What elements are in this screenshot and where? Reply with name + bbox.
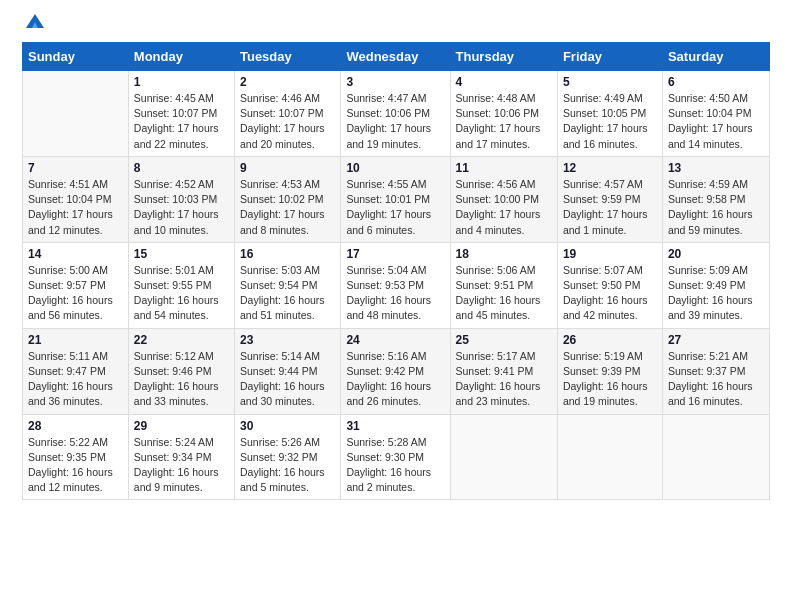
- calendar-cell: 15Sunrise: 5:01 AMSunset: 9:55 PMDayligh…: [128, 242, 234, 328]
- col-wednesday: Wednesday: [341, 43, 450, 71]
- calendar-cell: 18Sunrise: 5:06 AMSunset: 9:51 PMDayligh…: [450, 242, 557, 328]
- day-detail: Sunrise: 4:49 AMSunset: 10:05 PMDaylight…: [563, 91, 657, 152]
- day-detail: Sunrise: 4:59 AMSunset: 9:58 PMDaylight:…: [668, 177, 764, 238]
- calendar-week-3: 14Sunrise: 5:00 AMSunset: 9:57 PMDayligh…: [23, 242, 770, 328]
- calendar-page: Sunday Monday Tuesday Wednesday Thursday…: [0, 0, 792, 612]
- day-number: 1: [134, 75, 229, 89]
- col-thursday: Thursday: [450, 43, 557, 71]
- day-detail: Sunrise: 5:26 AMSunset: 9:32 PMDaylight:…: [240, 435, 335, 496]
- calendar-cell: 13Sunrise: 4:59 AMSunset: 9:58 PMDayligh…: [662, 156, 769, 242]
- calendar-cell: [450, 414, 557, 500]
- day-number: 30: [240, 419, 335, 433]
- logo: [22, 18, 46, 32]
- day-number: 26: [563, 333, 657, 347]
- day-number: 15: [134, 247, 229, 261]
- day-detail: Sunrise: 5:06 AMSunset: 9:51 PMDaylight:…: [456, 263, 552, 324]
- calendar-cell: 21Sunrise: 5:11 AMSunset: 9:47 PMDayligh…: [23, 328, 129, 414]
- day-detail: Sunrise: 4:48 AMSunset: 10:06 PMDaylight…: [456, 91, 552, 152]
- day-number: 9: [240, 161, 335, 175]
- calendar-cell: 12Sunrise: 4:57 AMSunset: 9:59 PMDayligh…: [557, 156, 662, 242]
- day-number: 24: [346, 333, 444, 347]
- calendar-cell: 5Sunrise: 4:49 AMSunset: 10:05 PMDayligh…: [557, 71, 662, 157]
- day-detail: Sunrise: 4:50 AMSunset: 10:04 PMDaylight…: [668, 91, 764, 152]
- calendar-cell: 19Sunrise: 5:07 AMSunset: 9:50 PMDayligh…: [557, 242, 662, 328]
- day-detail: Sunrise: 5:24 AMSunset: 9:34 PMDaylight:…: [134, 435, 229, 496]
- calendar-cell: 11Sunrise: 4:56 AMSunset: 10:00 PMDaylig…: [450, 156, 557, 242]
- day-detail: Sunrise: 5:12 AMSunset: 9:46 PMDaylight:…: [134, 349, 229, 410]
- calendar-cell: 25Sunrise: 5:17 AMSunset: 9:41 PMDayligh…: [450, 328, 557, 414]
- day-detail: Sunrise: 5:00 AMSunset: 9:57 PMDaylight:…: [28, 263, 123, 324]
- calendar-cell: 8Sunrise: 4:52 AMSunset: 10:03 PMDayligh…: [128, 156, 234, 242]
- day-number: 13: [668, 161, 764, 175]
- col-sunday: Sunday: [23, 43, 129, 71]
- day-number: 3: [346, 75, 444, 89]
- day-detail: Sunrise: 5:21 AMSunset: 9:37 PMDaylight:…: [668, 349, 764, 410]
- day-detail: Sunrise: 4:51 AMSunset: 10:04 PMDaylight…: [28, 177, 123, 238]
- day-detail: Sunrise: 4:53 AMSunset: 10:02 PMDaylight…: [240, 177, 335, 238]
- day-detail: Sunrise: 4:45 AMSunset: 10:07 PMDaylight…: [134, 91, 229, 152]
- calendar-cell: 22Sunrise: 5:12 AMSunset: 9:46 PMDayligh…: [128, 328, 234, 414]
- calendar-week-5: 28Sunrise: 5:22 AMSunset: 9:35 PMDayligh…: [23, 414, 770, 500]
- day-detail: Sunrise: 5:09 AMSunset: 9:49 PMDaylight:…: [668, 263, 764, 324]
- calendar-table: Sunday Monday Tuesday Wednesday Thursday…: [22, 42, 770, 500]
- day-detail: Sunrise: 5:14 AMSunset: 9:44 PMDaylight:…: [240, 349, 335, 410]
- day-detail: Sunrise: 5:11 AMSunset: 9:47 PMDaylight:…: [28, 349, 123, 410]
- calendar-cell: [662, 414, 769, 500]
- calendar-cell: 10Sunrise: 4:55 AMSunset: 10:01 PMDaylig…: [341, 156, 450, 242]
- calendar-cell: 31Sunrise: 5:28 AMSunset: 9:30 PMDayligh…: [341, 414, 450, 500]
- logo-icon: [24, 10, 46, 32]
- day-number: 5: [563, 75, 657, 89]
- col-friday: Friday: [557, 43, 662, 71]
- calendar-cell: [23, 71, 129, 157]
- calendar-cell: 28Sunrise: 5:22 AMSunset: 9:35 PMDayligh…: [23, 414, 129, 500]
- calendar-cell: 3Sunrise: 4:47 AMSunset: 10:06 PMDayligh…: [341, 71, 450, 157]
- calendar-cell: [557, 414, 662, 500]
- day-number: 23: [240, 333, 335, 347]
- calendar-cell: 26Sunrise: 5:19 AMSunset: 9:39 PMDayligh…: [557, 328, 662, 414]
- day-number: 17: [346, 247, 444, 261]
- day-detail: Sunrise: 5:16 AMSunset: 9:42 PMDaylight:…: [346, 349, 444, 410]
- day-number: 6: [668, 75, 764, 89]
- day-detail: Sunrise: 4:52 AMSunset: 10:03 PMDaylight…: [134, 177, 229, 238]
- day-detail: Sunrise: 5:04 AMSunset: 9:53 PMDaylight:…: [346, 263, 444, 324]
- day-number: 29: [134, 419, 229, 433]
- calendar-cell: 29Sunrise: 5:24 AMSunset: 9:34 PMDayligh…: [128, 414, 234, 500]
- day-number: 22: [134, 333, 229, 347]
- calendar-cell: 24Sunrise: 5:16 AMSunset: 9:42 PMDayligh…: [341, 328, 450, 414]
- day-number: 10: [346, 161, 444, 175]
- col-saturday: Saturday: [662, 43, 769, 71]
- calendar-cell: 17Sunrise: 5:04 AMSunset: 9:53 PMDayligh…: [341, 242, 450, 328]
- day-number: 16: [240, 247, 335, 261]
- calendar-cell: 2Sunrise: 4:46 AMSunset: 10:07 PMDayligh…: [234, 71, 340, 157]
- day-number: 20: [668, 247, 764, 261]
- header-row: Sunday Monday Tuesday Wednesday Thursday…: [23, 43, 770, 71]
- day-detail: Sunrise: 5:28 AMSunset: 9:30 PMDaylight:…: [346, 435, 444, 496]
- day-detail: Sunrise: 4:46 AMSunset: 10:07 PMDaylight…: [240, 91, 335, 152]
- day-detail: Sunrise: 5:19 AMSunset: 9:39 PMDaylight:…: [563, 349, 657, 410]
- day-number: 18: [456, 247, 552, 261]
- calendar-week-2: 7Sunrise: 4:51 AMSunset: 10:04 PMDayligh…: [23, 156, 770, 242]
- calendar-week-4: 21Sunrise: 5:11 AMSunset: 9:47 PMDayligh…: [23, 328, 770, 414]
- day-number: 31: [346, 419, 444, 433]
- day-number: 14: [28, 247, 123, 261]
- day-number: 27: [668, 333, 764, 347]
- col-monday: Monday: [128, 43, 234, 71]
- calendar-cell: 27Sunrise: 5:21 AMSunset: 9:37 PMDayligh…: [662, 328, 769, 414]
- calendar-cell: 16Sunrise: 5:03 AMSunset: 9:54 PMDayligh…: [234, 242, 340, 328]
- day-number: 19: [563, 247, 657, 261]
- calendar-cell: 9Sunrise: 4:53 AMSunset: 10:02 PMDayligh…: [234, 156, 340, 242]
- calendar-cell: 20Sunrise: 5:09 AMSunset: 9:49 PMDayligh…: [662, 242, 769, 328]
- col-tuesday: Tuesday: [234, 43, 340, 71]
- day-number: 8: [134, 161, 229, 175]
- day-number: 4: [456, 75, 552, 89]
- day-detail: Sunrise: 4:47 AMSunset: 10:06 PMDaylight…: [346, 91, 444, 152]
- day-detail: Sunrise: 5:22 AMSunset: 9:35 PMDaylight:…: [28, 435, 123, 496]
- calendar-cell: 23Sunrise: 5:14 AMSunset: 9:44 PMDayligh…: [234, 328, 340, 414]
- day-detail: Sunrise: 4:55 AMSunset: 10:01 PMDaylight…: [346, 177, 444, 238]
- header: [22, 18, 770, 32]
- calendar-cell: 1Sunrise: 4:45 AMSunset: 10:07 PMDayligh…: [128, 71, 234, 157]
- calendar-cell: 7Sunrise: 4:51 AMSunset: 10:04 PMDayligh…: [23, 156, 129, 242]
- day-number: 7: [28, 161, 123, 175]
- day-detail: Sunrise: 5:03 AMSunset: 9:54 PMDaylight:…: [240, 263, 335, 324]
- day-number: 11: [456, 161, 552, 175]
